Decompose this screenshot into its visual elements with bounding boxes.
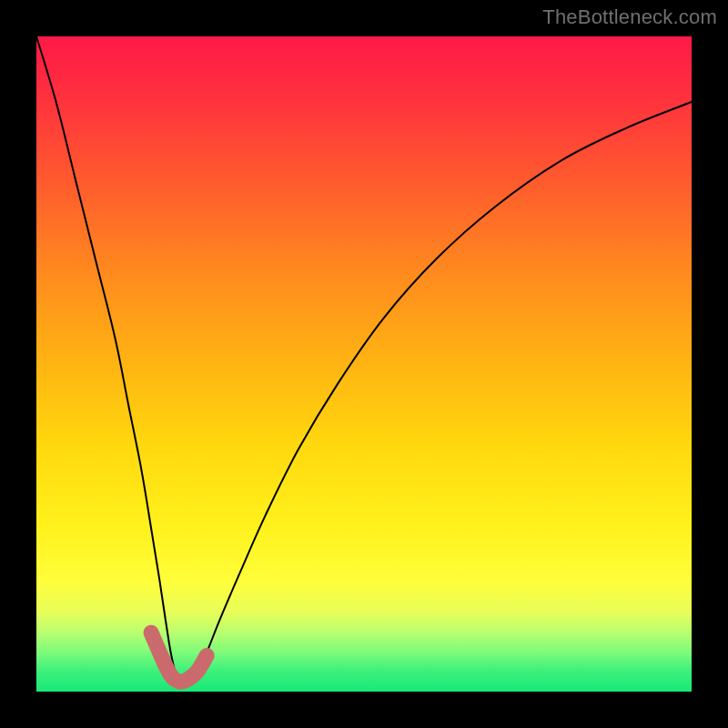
optimal-range-highlight [151, 632, 207, 682]
plot-area [36, 36, 692, 692]
bottleneck-curve [36, 36, 692, 687]
curve-svg [36, 36, 692, 692]
chart-frame: TheBottleneck.com [0, 0, 728, 728]
watermark-text: TheBottleneck.com [542, 5, 717, 29]
